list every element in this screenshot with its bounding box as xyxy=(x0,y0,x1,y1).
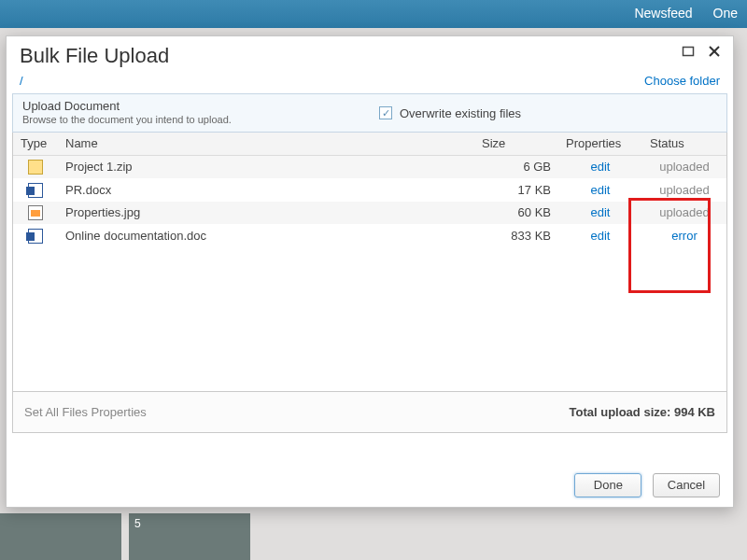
bulk-upload-dialog: Bulk File Upload / Choose folder Upload … xyxy=(6,35,734,508)
link-one[interactable]: One xyxy=(713,6,738,21)
close-icon[interactable] xyxy=(703,43,726,65)
dialog-buttons: Done Cancel xyxy=(567,473,720,497)
col-name[interactable]: Name xyxy=(58,133,474,155)
edit-properties-link[interactable]: edit xyxy=(591,229,611,243)
file-name: Properties.jpg xyxy=(58,202,474,225)
edit-properties-link[interactable]: edit xyxy=(591,160,611,174)
choose-folder-link[interactable]: Choose folder xyxy=(644,74,720,88)
edit-properties-link[interactable]: edit xyxy=(591,183,611,197)
upload-sub: Browse to the document you intend to upl… xyxy=(22,114,360,125)
total-upload-size: Total upload size: 994 KB xyxy=(569,405,715,419)
status-highlight-callout xyxy=(628,198,711,293)
col-size[interactable]: Size xyxy=(474,133,558,155)
edit-properties-link[interactable]: edit xyxy=(591,205,611,219)
col-type[interactable]: Type xyxy=(13,133,58,155)
status-badge: uploaded xyxy=(659,183,710,197)
zip-file-icon xyxy=(28,160,43,175)
thumb-label: 5 xyxy=(134,517,141,530)
file-name: Online documentation.doc xyxy=(58,224,474,247)
table-row[interactable]: PR.docx17 KBedituploaded xyxy=(13,178,726,202)
status-badge: uploaded xyxy=(659,160,710,174)
set-all-properties-link[interactable]: Set All Files Properties xyxy=(24,405,147,419)
file-size: 6 GB xyxy=(474,155,558,178)
upload-instructions: Upload Document Browse to the document y… xyxy=(13,94,370,132)
file-table-wrap: Type Name Size Properties Status Project… xyxy=(12,133,727,392)
cancel-button[interactable]: Cancel xyxy=(653,473,720,497)
file-table: Type Name Size Properties Status Project… xyxy=(13,133,726,247)
dialog-title: Bulk File Upload xyxy=(20,44,169,67)
upload-band: Upload Document Browse to the document y… xyxy=(12,93,727,133)
background-thumbnails: 5 xyxy=(0,513,747,560)
site-top-bar: Newsfeed One xyxy=(0,0,747,28)
path-row: / Choose folder xyxy=(7,70,733,93)
overwrite-checkbox[interactable]: ✓ xyxy=(379,106,392,119)
file-name: PR.docx xyxy=(58,178,474,202)
file-size: 17 KB xyxy=(474,178,558,202)
jpg-file-icon xyxy=(28,205,43,220)
overwrite-row: ✓ Overwrite existing files xyxy=(370,94,726,132)
file-size: 833 KB xyxy=(474,224,558,247)
svg-rect-0 xyxy=(684,48,694,56)
footer-info: Set All Files Properties Total upload si… xyxy=(12,392,727,433)
overwrite-label: Overwrite existing files xyxy=(400,106,521,120)
col-status[interactable]: Status xyxy=(642,133,726,155)
link-newsfeed[interactable]: Newsfeed xyxy=(634,6,692,21)
upload-heading: Upload Document xyxy=(22,99,360,113)
done-button[interactable]: Done xyxy=(574,473,641,497)
window-controls xyxy=(677,42,726,65)
col-properties[interactable]: Properties xyxy=(558,133,642,155)
table-row[interactable]: Online documentation.doc833 KBediterror xyxy=(13,224,726,247)
doc-file-icon xyxy=(28,229,43,244)
maximize-icon[interactable] xyxy=(677,42,699,64)
site-links: Newsfeed One xyxy=(617,6,738,21)
dialog-header: Bulk File Upload xyxy=(7,36,733,70)
table-row[interactable]: Properties.jpg60 KBedituploaded xyxy=(13,202,726,225)
table-row[interactable]: Project 1.zip6 GBedituploaded xyxy=(13,155,726,178)
file-name: Project 1.zip xyxy=(58,155,474,178)
doc-file-icon xyxy=(28,183,43,198)
file-size: 60 KB xyxy=(474,202,558,225)
breadcrumb[interactable]: / xyxy=(20,74,23,88)
table-header-row: Type Name Size Properties Status xyxy=(13,133,726,155)
